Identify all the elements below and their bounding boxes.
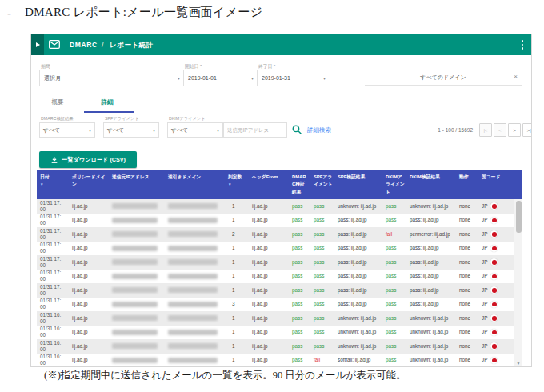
cell-country-code: JP	[478, 329, 514, 336]
redacted-blur	[112, 203, 158, 209]
redacted-blur	[168, 287, 218, 293]
cell-dkim-alignment: pass	[382, 273, 406, 279]
table-row: 01/31 17:00iij.ad.jp1iij.ad.jppasspassun…	[37, 199, 514, 214]
tab-bar: 概要 詳細	[33, 92, 132, 113]
country-flag-icon	[490, 258, 498, 266]
cell-count: 1	[225, 245, 249, 251]
cell-dmarc-result: pass	[289, 245, 310, 251]
prev-page-button[interactable]: <	[494, 123, 506, 137]
cell-source-ip	[109, 287, 165, 293]
dmarc-result-select[interactable]: すべて ▾	[39, 122, 95, 138]
cell-spf-alignment: pass	[310, 287, 334, 294]
country-code-text: JP	[482, 343, 487, 350]
column-header-1[interactable]: 日付▼	[37, 170, 69, 199]
cell-policy-domain: iij.ad.jp	[69, 273, 109, 279]
cell-spf-alignment: pass	[310, 315, 334, 322]
cell-spf-alignment: pass	[310, 217, 334, 223]
country-flag-icon	[490, 202, 498, 210]
next-page-button[interactable]: >	[508, 123, 521, 137]
first-page-button[interactable]: |<	[479, 123, 492, 137]
cell-policy-domain: iij.ad.jp	[69, 357, 109, 363]
column-header-12: 動作	[456, 170, 478, 199]
cell-source-ip	[109, 259, 165, 265]
csv-download-button[interactable]: 一覧ダウンロード (CSV)	[39, 151, 137, 168]
cell-count: 1	[225, 259, 249, 266]
tab-overview[interactable]: 概要	[33, 92, 82, 113]
country-code-text: JP	[482, 245, 487, 251]
period-select[interactable]: 選択月 ▾	[39, 70, 185, 86]
cell-date: 01/31 16:00	[37, 326, 69, 338]
cell-date: 01/31 17:00	[37, 242, 69, 254]
table-row: 01/31 17:00iij.ad.jp1iij.ad.jppasspasspa…	[37, 270, 514, 284]
redacted-blur	[112, 231, 158, 237]
cell-reverse-domain	[165, 231, 225, 237]
cell-source-ip	[109, 302, 165, 307]
cell-reverse-domain	[165, 343, 225, 349]
cell-count: 3	[225, 301, 249, 307]
pagination-range: 1 - 100 / 15692	[383, 127, 473, 133]
start-date-select[interactable]: 2019-01-01 ▾	[183, 70, 258, 86]
cell-policy-domain: iij.ad.jp	[69, 217, 109, 223]
domain-filter-field[interactable]: すべてのドメイン ×	[365, 70, 522, 86]
cell-header-from: iij.ad.jp	[249, 259, 289, 266]
redacted-blur	[168, 330, 218, 335]
domain-filter-value: すべてのドメイン	[420, 74, 466, 82]
country-flag-icon	[490, 286, 498, 294]
end-date-value: 2019-01-31	[262, 75, 290, 81]
cell-country-code: JP	[478, 230, 514, 238]
cell-action: none	[456, 357, 478, 363]
page-title: DMARC レポート:メール一覧画面イメージ	[25, 5, 262, 20]
cell-dkim-alignment: fail	[382, 231, 406, 238]
country-code-text: JP	[482, 273, 487, 279]
country-code-text: JP	[482, 259, 487, 266]
cell-spf-result: pass: iij.ad.jp	[334, 231, 382, 238]
last-page-button[interactable]: >|	[522, 123, 532, 137]
mail-icon	[49, 40, 60, 49]
scrollbar-thumb[interactable]	[516, 201, 522, 233]
cell-spf-alignment: pass	[310, 231, 334, 238]
cell-spf-alignment: pass	[310, 245, 334, 251]
redacted-blur	[112, 218, 158, 223]
cell-dmarc-result: pass	[289, 357, 310, 363]
source-ip-input[interactable]	[223, 122, 287, 138]
cell-reverse-domain	[165, 203, 225, 209]
tab-detail[interactable]: 詳細	[82, 92, 132, 113]
breadcrumb-divider: /	[102, 40, 104, 49]
advanced-search-link[interactable]: 詳細検索	[307, 126, 331, 134]
cell-country-code: JP	[478, 314, 514, 322]
cell-source-ip	[109, 358, 165, 363]
end-date-select[interactable]: 2019-01-31 ▾	[257, 70, 330, 86]
kebab-menu-icon[interactable]	[519, 39, 526, 50]
cell-dkim-result: unknown: iij.ad.jp	[406, 315, 456, 322]
cell-source-ip	[109, 246, 165, 251]
search-icon[interactable]	[291, 124, 302, 135]
spf-alignment-label: SPFアライメント	[105, 116, 139, 122]
cell-policy-domain: iij.ad.jp	[69, 231, 109, 238]
cell-spf-result: unknown: iij.ad.jp	[334, 329, 382, 335]
chevron-down-icon: ▾	[251, 75, 254, 81]
cell-action: none	[456, 231, 478, 238]
spf-alignment-select[interactable]: すべて ▾	[103, 122, 159, 138]
sidebar-expand-button[interactable]	[31, 34, 44, 55]
cell-dkim-result: pass: iij.ad.jp	[406, 217, 456, 223]
dkim-alignment-select[interactable]: すべて ▾	[167, 122, 223, 138]
cell-source-ip	[109, 315, 165, 321]
redacted-blur	[112, 330, 158, 335]
cell-header-from: iij.ad.jp	[249, 231, 289, 238]
cell-spf-result: pass: iij.ad.jp	[334, 217, 382, 223]
cell-reverse-domain	[165, 246, 225, 251]
column-header-5[interactable]: 判定数▼	[225, 170, 249, 199]
cell-action: none	[456, 245, 478, 251]
cell-spf-result: softfail: iij.ad.jp	[334, 357, 382, 363]
scroll-down-arrow-icon[interactable]: ▼	[514, 359, 522, 366]
cell-reverse-domain	[165, 302, 225, 307]
cell-dmarc-result: pass	[289, 231, 310, 238]
cell-date: 01/31 16:00	[37, 312, 69, 325]
cell-spf-alignment: pass	[310, 273, 334, 279]
table-row: 01/31 17:00iij.ad.jp1iij.ad.jppasspasspa…	[37, 214, 514, 228]
country-flag-icon	[490, 314, 498, 322]
clear-icon[interactable]: ×	[514, 74, 518, 80]
country-flag-icon	[490, 217, 498, 224]
cell-reverse-domain	[165, 259, 225, 265]
cell-dmarc-result: pass	[289, 217, 310, 223]
